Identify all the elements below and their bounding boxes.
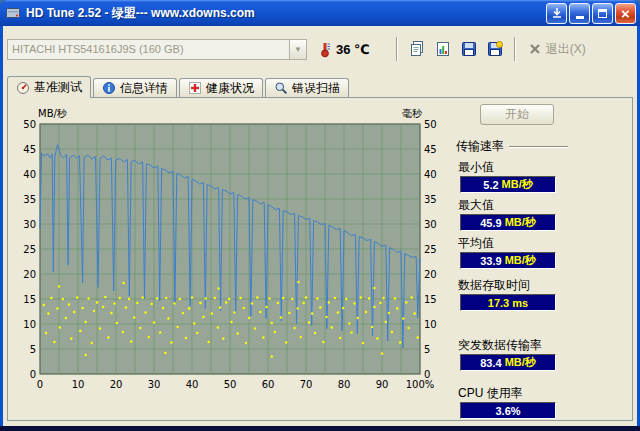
tab-health[interactable]: 健康状况 [179,78,263,97]
svg-text:40: 40 [186,379,199,390]
save-image-icon [486,40,504,58]
result-value-box: 17.3 ms [460,294,556,311]
copy-image-button[interactable] [431,37,455,61]
temperature-value: 36 ℃ [336,42,370,57]
tab-benchmark[interactable]: 基准测试 [7,76,91,98]
start-button[interactable]: 开始 [480,104,554,125]
app-window: HD Tune 2.52 - 绿盟--- www.xdowns.com × HI… [0,0,640,431]
titlebar[interactable]: HD Tune 2.52 - 绿盟--- www.xdowns.com × [0,0,640,26]
tab-info[interactable]: 信息详情 [93,78,177,97]
svg-text:25: 25 [23,244,36,255]
svg-text:50: 50 [23,119,36,130]
temperature-indicator: 36 ℃ [319,40,370,58]
result-label: 数据存取时间 [458,277,568,292]
copy-text-button[interactable] [405,37,429,61]
result-value-box: 45.9 MB/秒 [460,214,556,231]
result-value: 5.2 [483,179,498,191]
tab-error-scan[interactable]: 错误扫描 [265,78,349,97]
svg-text:35: 35 [23,194,36,205]
svg-text:90: 90 [376,379,389,390]
result-row-average: 平均值 33.9 MB/秒 [456,235,568,269]
download-button[interactable] [546,3,567,24]
result-value: 83.4 [480,357,501,369]
svg-text:30: 30 [148,379,161,390]
exit-button[interactable]: 退出(X) [528,41,586,58]
svg-text:20: 20 [23,269,36,280]
svg-text:60: 60 [262,379,275,390]
svg-text:5: 5 [30,344,36,355]
result-label: CPU 使用率 [458,385,568,400]
result-label: 突发数据传输率 [458,337,568,352]
svg-text:40: 40 [23,169,36,180]
app-icon [5,5,21,21]
save-text-button[interactable] [457,37,481,61]
tab-label: 健康状况 [206,80,254,97]
svg-text:毫秒: 毫秒 [402,108,423,119]
svg-text:20: 20 [110,379,123,390]
chevron-down-icon[interactable]: ▼ [289,40,306,59]
info-icon [102,81,116,95]
svg-text:50: 50 [424,119,437,130]
close-button[interactable]: × [615,3,636,24]
minimize-button[interactable] [569,3,590,24]
toolbar-separator [514,37,516,61]
drive-select-value: HITACHI HTS541616J9S (160 GB) [8,43,289,55]
svg-text:10: 10 [424,319,437,330]
window-bottom-edge [0,426,640,431]
benchmark-chart-area: 0102030405060708090100%00551010151520202… [12,102,446,394]
svg-text:0: 0 [37,379,43,390]
section-title: 传输速率 [456,138,504,155]
close-icon: × [621,6,630,21]
drive-select[interactable]: HITACHI HTS541616J9S (160 GB) ▼ [7,39,307,60]
tab-label: 错误扫描 [292,80,340,97]
svg-text:10: 10 [23,319,36,330]
result-value-box: 3.6% [460,402,556,419]
svg-text:10: 10 [72,379,85,390]
result-row-access-time: 数据存取时间 17.3 ms [456,277,568,311]
benchmark-chart: 0102030405060708090100%00551010151520202… [12,102,446,394]
result-unit: MB/秒 [505,355,536,370]
svg-text:35: 35 [424,194,437,205]
result-unit: MB/秒 [505,215,536,230]
svg-text:45: 45 [23,144,36,155]
result-label: 平均值 [458,235,568,250]
result-value: 45.9 [480,217,501,229]
svg-text:80: 80 [338,379,351,390]
maximize-button[interactable] [592,3,613,24]
svg-text:100%: 100% [406,379,435,390]
svg-text:0: 0 [30,369,36,380]
result-value-box: 5.2 MB/秒 [460,176,556,193]
toolbar: HITACHI HTS541616J9S (160 GB) ▼ 36 ℃ [3,26,637,70]
benchmark-icon [16,81,30,95]
toolbar-separator [396,37,398,61]
result-unit: MB/秒 [502,177,533,192]
benchmark-panel: 0102030405060708090100%00551010151520202… [7,97,633,421]
svg-text:30: 30 [23,219,36,230]
svg-text:45: 45 [424,144,437,155]
result-value: 33.9 [480,255,501,267]
tab-label: 信息详情 [120,80,168,97]
result-label: 最大值 [458,197,568,212]
copy-text-icon [408,40,426,58]
results-column: 开始 传输速率 最小值 5.2 MB/秒 最大值 45.9 [456,104,568,419]
result-row-burst-rate: 突发数据传输率 83.4 MB/秒 [456,337,568,371]
svg-text:0: 0 [424,369,430,380]
svg-text:5: 5 [424,344,430,355]
copy-image-icon [434,40,452,58]
svg-text:15: 15 [424,294,437,305]
client-area: HITACHI HTS541616J9S (160 GB) ▼ 36 ℃ [3,26,637,426]
svg-text:MB/秒: MB/秒 [38,108,68,119]
transfer-rate-section: 传输速率 [456,138,568,155]
svg-text:25: 25 [424,244,437,255]
tab-label: 基准测试 [34,79,82,96]
result-value-box: 83.4 MB/秒 [460,354,556,371]
svg-text:30: 30 [424,219,437,230]
svg-text:40: 40 [424,169,437,180]
tab-bar: 基准测试 信息详情 健康状况 [7,76,633,97]
save-text-icon [460,40,478,58]
minimize-icon [576,16,584,19]
svg-text:50: 50 [224,379,237,390]
save-image-button[interactable] [483,37,507,61]
result-value: 3.6% [495,405,520,417]
result-row-maximum: 最大值 45.9 MB/秒 [456,197,568,231]
